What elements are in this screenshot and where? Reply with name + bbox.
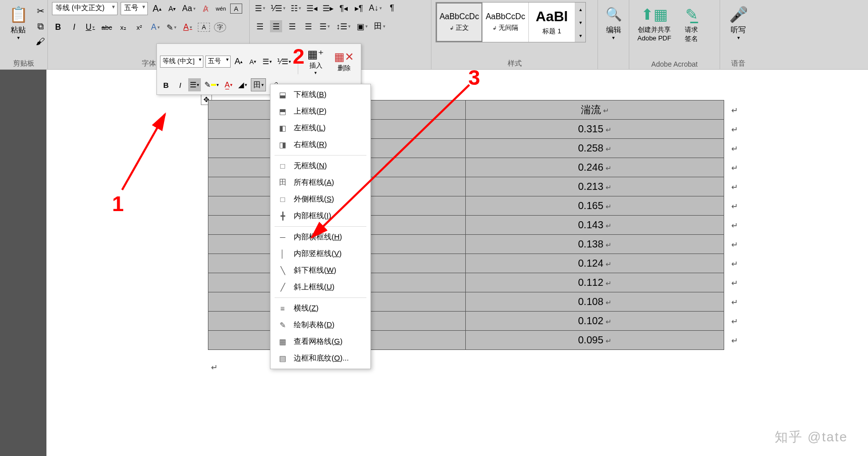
paste-button[interactable]: 📋 粘贴 ▾	[4, 2, 32, 42]
annotation-3: 3	[468, 66, 480, 90]
group-acrobat: ⬆▦ 创建并共享 Adobe PDF ✎̲ 请求 签名 Adobe Acroba…	[629, 0, 720, 69]
copy-icon[interactable]: ⧉	[34, 20, 46, 32]
mini-italic[interactable]: I	[174, 78, 186, 91]
ltr-button[interactable]: ¶◂	[338, 2, 350, 14]
superscript-button[interactable]: x²	[133, 21, 145, 33]
mini-shrink-font[interactable]: A▾	[247, 55, 259, 68]
group-styles: AaBbCcDc ↲ 正文 AaBbCcDc ↲ 无间隔 AaBl 标题 1 ▴…	[431, 0, 598, 69]
char-shading-button[interactable]: A	[198, 23, 210, 32]
border-option[interactable]: │内部竖框线(V)	[270, 245, 370, 262]
group-editing: 🔍 编辑 ▾	[598, 0, 629, 69]
change-case-button[interactable]: Aa	[181, 3, 197, 15]
table-insert-icon: ▦⁺	[307, 48, 324, 61]
create-pdf-button[interactable]: ⬆▦ 创建并共享 Adobe PDF	[633, 2, 675, 44]
arrow-3	[303, 81, 474, 242]
align-left-button[interactable]: ☰	[254, 20, 266, 32]
clipboard-icon: 📋	[8, 4, 28, 24]
border-option[interactable]: ✎绘制表格(D)	[270, 317, 370, 333]
shading-button[interactable]: ▣	[356, 20, 369, 32]
mini-shading[interactable]: ◢	[237, 78, 249, 91]
border-option[interactable]: ▤边框和底纹(O)...	[270, 350, 370, 367]
subscript-button[interactable]: x₂	[117, 21, 129, 33]
border-type-icon: 田	[278, 178, 288, 187]
align-center-button[interactable]: ☰	[270, 20, 282, 32]
mini-align[interactable]: ☰	[188, 78, 201, 91]
phonetic-button[interactable]: wén	[215, 3, 227, 15]
mini-borders-button[interactable]: 田	[251, 78, 266, 91]
grow-font-button[interactable]: A▴	[151, 3, 163, 15]
underline-button[interactable]: U	[84, 21, 96, 33]
mini-bold[interactable]: B	[160, 78, 172, 91]
distribute-button[interactable]: ☰	[318, 20, 331, 32]
mini-font-color[interactable]: A̲	[223, 78, 235, 91]
border-option[interactable]: ╲斜下框线(W)	[270, 262, 370, 279]
line-spacing-button[interactable]: ↕☰	[335, 20, 352, 32]
mini-highlight[interactable]: ✎	[203, 78, 221, 91]
multilevel-button[interactable]: ☷	[290, 2, 302, 14]
bullets-button[interactable]: ☰	[254, 2, 266, 14]
align-right-button[interactable]: ☰	[286, 20, 298, 32]
request-sign-button[interactable]: ✎̲ 请求 签名	[677, 2, 706, 45]
annotation-1: 1	[112, 192, 124, 216]
border-type-icon: ⬒	[278, 107, 288, 116]
dec-indent-button[interactable]: ☰◂	[305, 2, 318, 14]
group-voice: 🎤 听写 ▾ 语音	[720, 0, 756, 69]
font-color-button[interactable]: A	[182, 21, 194, 33]
mini-grow-font[interactable]: A▴	[233, 55, 245, 68]
text-effect-button[interactable]: A	[149, 21, 161, 33]
bold-button[interactable]: B	[52, 21, 64, 33]
format-painter-icon[interactable]: 🖌	[34, 35, 46, 47]
mini-insert-button[interactable]: ▦⁺插入▾	[303, 47, 328, 76]
cut-icon[interactable]: ✂	[34, 5, 46, 17]
border-option[interactable]: ≡横线(Z)	[270, 300, 370, 317]
border-type-icon: ◨	[278, 140, 288, 149]
pdf-icon: ⬆▦	[644, 4, 665, 24]
sort-button[interactable]: A↓	[368, 2, 383, 14]
justify-button[interactable]: ☰	[302, 20, 314, 32]
border-type-icon: ◧	[278, 124, 288, 133]
dictate-button[interactable]: 🎤 听写 ▾	[724, 2, 752, 42]
clear-format-button[interactable]: A̷	[200, 3, 212, 15]
mini-numbering[interactable]: ⅟☰	[276, 55, 293, 68]
watermark: 知乎 @tate	[775, 428, 848, 446]
border-option[interactable]: ╱斜上框线(U)	[270, 279, 370, 295]
border-type-icon: ✎	[278, 321, 288, 330]
mini-bullets[interactable]: ☰	[261, 55, 274, 68]
border-type-icon: │	[278, 249, 288, 259]
styles-gallery[interactable]: AaBbCcDc ↲ 正文 AaBbCcDc ↲ 无间隔 AaBl 标题 1 ▴…	[436, 2, 586, 42]
style-normal[interactable]: AaBbCcDc ↲ 正文	[436, 3, 482, 42]
font-name-select[interactable]: 等线 (中文正文)	[52, 2, 118, 15]
rtl-button[interactable]: ▸¶	[353, 2, 365, 14]
mini-font-select[interactable]: 等线 (中文]	[160, 56, 203, 68]
table-header-cell: 湍流↵↵	[466, 100, 724, 120]
table-delete-icon: ▦✕	[334, 50, 354, 64]
strike-button[interactable]: abc	[100, 21, 113, 33]
shrink-font-button[interactable]: A▾	[166, 3, 178, 15]
svg-line-0	[122, 114, 165, 190]
arrow-1	[117, 109, 173, 195]
border-type-icon: ╋	[278, 212, 288, 221]
border-type-icon: ▦	[278, 337, 288, 346]
border-type-icon: □	[278, 162, 288, 171]
enclose-char-button[interactable]: 字	[214, 22, 226, 32]
borders-button[interactable]: 田	[373, 20, 387, 32]
font-size-select[interactable]: 五号	[121, 2, 148, 15]
group-clipboard: 📋 粘贴 ▾ ✂ ⧉ 🖌 剪贴板	[0, 0, 48, 69]
paragraph-mark: ↵	[211, 363, 218, 372]
char-border-button[interactable]: A	[230, 4, 242, 14]
find-button[interactable]: 🔍 编辑 ▾	[600, 2, 628, 42]
highlight-button[interactable]: ✎	[166, 21, 178, 33]
style-nospacing[interactable]: AaBbCcDc ↲ 无间隔	[482, 3, 529, 42]
show-marks-button[interactable]: ¶	[386, 2, 398, 14]
style-heading1[interactable]: AaBl 标题 1	[529, 3, 575, 42]
mini-delete-button[interactable]: ▦✕删除	[330, 49, 358, 74]
mini-size-select[interactable]: 五号	[205, 56, 231, 68]
nav-strip	[0, 70, 46, 456]
styles-more-button[interactable]: ▴▾▾	[575, 3, 585, 42]
numbering-button[interactable]: ⅟☰	[269, 2, 287, 14]
border-type-icon: □	[278, 195, 288, 204]
annotation-2: 2	[293, 44, 304, 69]
border-option[interactable]: ▦查看网格线(G)	[270, 333, 370, 350]
inc-indent-button[interactable]: ☰▸	[321, 2, 335, 14]
italic-button[interactable]: I	[68, 21, 80, 33]
